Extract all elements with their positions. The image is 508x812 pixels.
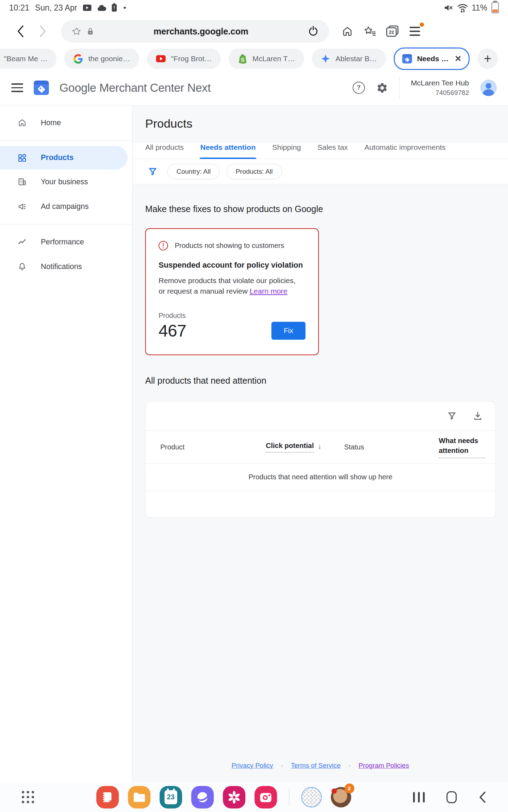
settings-gear-icon[interactable] bbox=[376, 82, 388, 94]
building-icon bbox=[18, 177, 27, 186]
browser-tab-active[interactable]: Needs … ✕ bbox=[394, 47, 470, 70]
chip-products[interactable]: Products: All bbox=[226, 164, 282, 179]
column-what-needs-attention[interactable]: What needs attention bbox=[439, 436, 486, 458]
new-tab-button[interactable]: + bbox=[477, 49, 498, 69]
forward-button[interactable] bbox=[33, 21, 53, 41]
wifi-icon bbox=[457, 3, 468, 13]
samsung-internet-app-icon[interactable] bbox=[191, 786, 214, 808]
header-actions: ? McLaren Tee Hub 740569782 bbox=[353, 77, 497, 98]
sidebar-item-ad-campaigns[interactable]: Ad campaigns bbox=[0, 194, 132, 219]
recents-icon[interactable] bbox=[413, 792, 425, 803]
line-chart-icon bbox=[18, 237, 27, 247]
user-profile-icon[interactable]: 2 bbox=[331, 787, 351, 807]
taskbar: 23 bbox=[0, 782, 508, 812]
alert-icon: ! bbox=[159, 241, 168, 250]
browser-menu-button[interactable] bbox=[405, 21, 425, 41]
url-text[interactable]: merchants.google.com bbox=[94, 26, 308, 37]
nav-home-icon[interactable] bbox=[446, 791, 457, 803]
gallery-app-icon[interactable] bbox=[223, 786, 245, 808]
privacy-policy-link[interactable]: Privacy Policy bbox=[232, 762, 273, 769]
reload-icon[interactable] bbox=[308, 26, 319, 37]
products-table-card: Product Click potential ↓ Status What ne… bbox=[145, 401, 496, 518]
sidebar-item-home[interactable]: Home bbox=[0, 110, 132, 135]
avatar[interactable] bbox=[480, 79, 497, 96]
date: Sun, 23 Apr bbox=[35, 3, 77, 13]
product-name: Google Merchant Center Next bbox=[59, 81, 211, 95]
issue-status-label: Products not showing to customers bbox=[175, 242, 284, 250]
app-menu-icon[interactable] bbox=[11, 83, 23, 92]
content-body: Make these fixes to show products on Goo… bbox=[133, 184, 508, 782]
url-bar[interactable]: merchants.google.com bbox=[61, 20, 329, 43]
tab-switcher-button[interactable]: 22 bbox=[382, 21, 402, 41]
issue-status-row: ! Products not showing to customers bbox=[159, 241, 306, 250]
table-empty-state: Products that need attention will show u… bbox=[146, 464, 495, 491]
download-icon[interactable] bbox=[473, 411, 483, 421]
browser-tab[interactable]: the goonie… bbox=[64, 49, 139, 69]
sidebar-label: Your business bbox=[41, 178, 88, 186]
browser-tab[interactable]: "Beam Me … bbox=[0, 49, 57, 69]
products-tabs: All products Needs attention Shipping Sa… bbox=[133, 143, 508, 159]
browser-tab[interactable]: "Frog Brot… bbox=[147, 49, 221, 69]
column-click-potential[interactable]: Click potential ↓ bbox=[266, 442, 344, 453]
table-filter-icon[interactable] bbox=[447, 411, 457, 421]
chip-country[interactable]: Country: All bbox=[167, 164, 220, 179]
sort-descending-icon: ↓ bbox=[318, 442, 322, 453]
tab-label: the goonie… bbox=[88, 55, 130, 63]
tab-label: Ablestar B… bbox=[335, 55, 377, 63]
account-info[interactable]: McLaren Tee Hub 740569782 bbox=[411, 78, 469, 97]
browser-tab[interactable]: S McLaren T… bbox=[229, 49, 304, 69]
table-footer-spacer bbox=[146, 491, 495, 517]
youtube-notification-icon bbox=[83, 5, 91, 11]
sidebar-label: Ad campaigns bbox=[41, 202, 89, 211]
tab-automatic-improvements[interactable]: Automatic improvements bbox=[364, 143, 445, 159]
navigation-bar bbox=[413, 791, 486, 803]
app-drawer-icon[interactable] bbox=[22, 791, 34, 803]
tab-all-products[interactable]: All products bbox=[145, 143, 184, 159]
tab-sales-tax[interactable]: Sales tax bbox=[317, 143, 348, 159]
fix-button[interactable]: Fix bbox=[271, 322, 306, 340]
youtube-favicon bbox=[156, 55, 166, 62]
table-header-row: Product Click potential ↓ Status What ne… bbox=[146, 430, 495, 464]
merchant-center-header: Google Merchant Center Next ? McLaren Te… bbox=[0, 70, 508, 106]
sidebar-item-your-business[interactable]: Your business bbox=[0, 170, 132, 194]
sidebar-item-products[interactable]: Products bbox=[0, 146, 128, 170]
tab-count: 22 bbox=[389, 30, 394, 35]
terms-of-service-link[interactable]: Terms of Service bbox=[291, 762, 340, 769]
close-tab-icon[interactable]: ✕ bbox=[455, 54, 462, 64]
notification-badge: 2 bbox=[345, 784, 354, 793]
browser-tab[interactable]: Ablestar B… bbox=[312, 49, 386, 69]
sparkle-favicon bbox=[321, 54, 330, 63]
calendar-day: 23 bbox=[167, 793, 174, 801]
secure-folder-profile-icon[interactable] bbox=[301, 787, 322, 807]
camera-app-icon[interactable] bbox=[255, 786, 277, 808]
menu-icon bbox=[410, 27, 420, 36]
filter-chips: Country: All Products: All bbox=[167, 164, 282, 179]
help-icon[interactable]: ? bbox=[353, 82, 365, 94]
bell-icon bbox=[18, 262, 27, 271]
column-product: Product bbox=[160, 443, 266, 451]
program-policies-link[interactable]: Program Policies bbox=[359, 762, 409, 769]
update-dot-icon bbox=[420, 23, 424, 27]
learn-more-link[interactable]: Learn more bbox=[250, 287, 287, 295]
sidebar-label: Performance bbox=[41, 238, 84, 247]
bookmark-star-icon[interactable] bbox=[72, 27, 81, 36]
bookmarks-button[interactable] bbox=[360, 21, 380, 41]
nav-back-icon[interactable] bbox=[478, 791, 486, 803]
sidebar-item-performance[interactable]: Performance bbox=[0, 230, 132, 254]
sidebar-item-notifications[interactable]: Notifications bbox=[0, 254, 132, 279]
cloud-icon bbox=[97, 4, 106, 11]
dock-divider bbox=[289, 789, 289, 806]
back-button[interactable] bbox=[11, 21, 30, 41]
column-status: Status bbox=[344, 443, 439, 451]
calendar-app-icon[interactable]: 23 bbox=[160, 786, 182, 808]
home-icon bbox=[18, 118, 27, 127]
footer-links: Privacy Policy · Terms of Service · Prog… bbox=[145, 748, 495, 769]
tab-shipping[interactable]: Shipping bbox=[272, 143, 301, 159]
my-files-app-icon[interactable] bbox=[128, 786, 150, 808]
tab-needs-attention[interactable]: Needs attention bbox=[200, 143, 256, 159]
battery-icon bbox=[491, 2, 499, 13]
home-button[interactable] bbox=[337, 21, 357, 41]
reminder-app-icon[interactable] bbox=[96, 786, 119, 808]
filter-funnel-icon[interactable] bbox=[148, 167, 157, 176]
megaphone-icon bbox=[18, 202, 27, 211]
